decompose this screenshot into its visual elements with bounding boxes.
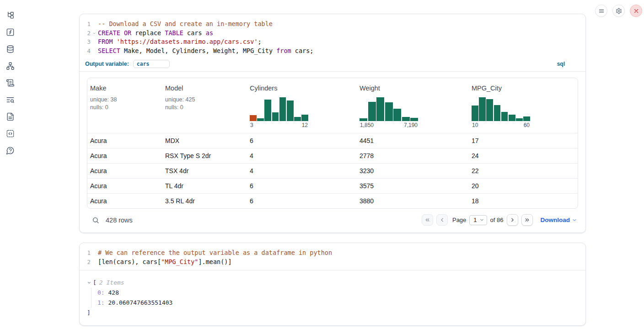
- logs-icon[interactable]: [5, 78, 15, 87]
- histogram-axis: 1,8507,190: [360, 122, 418, 128]
- settings-button[interactable]: [612, 5, 625, 17]
- search-icon[interactable]: [91, 216, 100, 225]
- line-number: 1: [80, 248, 91, 258]
- column-name[interactable]: Make: [90, 85, 159, 92]
- code-line[interactable]: 2CREATE OR replace TABLE cars as: [80, 29, 581, 38]
- sidebar: [0, 0, 20, 333]
- variables-icon[interactable]: [5, 27, 15, 37]
- histogram-bar: [360, 118, 367, 121]
- download-button[interactable]: Download: [541, 217, 578, 223]
- histogram-bar: [301, 115, 308, 121]
- page-label: Page: [452, 217, 466, 223]
- snippets-icon[interactable]: [5, 129, 15, 138]
- data-sources-icon[interactable]: [5, 44, 15, 53]
- column-header-cylinders[interactable]: Cylinders312: [247, 78, 357, 133]
- code-text: CREATE OR replace TABLE cars as: [98, 29, 213, 38]
- python-code-editor[interactable]: 1# We can reference the output variable …: [80, 243, 585, 270]
- previous-page-button[interactable]: [436, 214, 448, 226]
- histogram-bars: [250, 97, 308, 121]
- help-icon[interactable]: [5, 146, 15, 155]
- column-name[interactable]: Weight: [360, 85, 465, 92]
- column-header-make[interactable]: Makeunique: 38nulls: 0: [87, 78, 162, 133]
- column-header-weight[interactable]: Weight1,8507,190: [357, 78, 469, 133]
- table-header: Makeunique: 38nulls: 0Modelunique: 425nu…: [87, 78, 578, 133]
- column-header-model[interactable]: Modelunique: 425nulls: 0: [162, 78, 247, 133]
- collapse-caret-icon[interactable]: [87, 280, 92, 285]
- table-cell: 18: [469, 194, 578, 208]
- page-select[interactable]: 1: [469, 215, 487, 225]
- table-cell: Acura: [87, 179, 162, 193]
- code-text: # We can reference the output variable a…: [98, 248, 332, 258]
- histogram-axis: 312: [250, 122, 308, 128]
- table-cell: 6: [247, 133, 357, 148]
- histogram-bar: [472, 106, 478, 121]
- histogram-bar: [385, 102, 393, 121]
- sql-code-editor[interactable]: 1-- Download a CSV and create an in-memo…: [80, 14, 585, 59]
- table-cell: 3230: [357, 164, 469, 178]
- table-cell: Acura: [87, 148, 162, 163]
- tree-entry-index: 0:: [97, 289, 105, 296]
- column-histogram[interactable]: 1060: [472, 97, 530, 128]
- table-row[interactable]: AcuraTSX 4dr4323022: [87, 163, 578, 178]
- code-line[interactable]: 1-- Download a CSV and create an in-memo…: [80, 20, 581, 29]
- file-explorer-icon[interactable]: [5, 11, 15, 20]
- histogram-bar: [272, 112, 279, 121]
- documentation-icon[interactable]: [5, 112, 15, 121]
- first-page-button[interactable]: [422, 214, 433, 226]
- gear-icon: [616, 8, 622, 14]
- table-cell: 3575: [357, 179, 469, 193]
- table-row[interactable]: AcuraRSX Type S 2dr4277824: [87, 148, 578, 163]
- code-text: FROM 'https://datasets.marimo.app/cars.c…: [98, 37, 262, 47]
- fold-chevron-icon[interactable]: [91, 29, 98, 38]
- histogram-bar: [376, 97, 384, 121]
- histogram-bar: [264, 100, 271, 121]
- chevron-down-icon: [572, 217, 577, 223]
- page-total: of 86: [490, 217, 504, 223]
- code-line[interactable]: 3FROM 'https://datasets.marimo.app/cars.…: [80, 37, 581, 47]
- histogram-bar: [257, 118, 264, 121]
- histogram-bar: [402, 117, 410, 121]
- tree-root[interactable]: [ 2 Items: [87, 278, 578, 288]
- output-variable-bar: Output variable: sql: [80, 59, 585, 72]
- code-text: SELECT Make, Model, Cylinders, Weight, M…: [98, 47, 313, 56]
- table-cell: 24: [469, 148, 578, 163]
- histogram-bars: [360, 97, 418, 121]
- chevron-down-icon: [479, 217, 484, 222]
- close-icon: [633, 8, 639, 14]
- output-variable-input[interactable]: [133, 60, 170, 68]
- dependency-graph-icon[interactable]: [5, 61, 15, 70]
- code-line[interactable]: 2[len(cars), cars["MPG_City"].mean()]: [80, 258, 581, 267]
- table-cell: 17: [469, 133, 578, 148]
- menu-button[interactable]: [595, 5, 607, 17]
- table-body: AcuraMDX6445117AcuraRSX Type S 2dr427782…: [87, 133, 578, 208]
- line-number: 4: [80, 47, 91, 56]
- column-name[interactable]: MPG_City: [472, 85, 574, 92]
- column-name[interactable]: Cylinders: [250, 85, 353, 92]
- last-page-button[interactable]: [521, 214, 533, 226]
- download-label: Download: [541, 217, 570, 223]
- table-row[interactable]: AcuraMDX6445117: [87, 133, 578, 148]
- column-histogram[interactable]: 312: [250, 97, 308, 128]
- code-line[interactable]: 4SELECT Make, Model, Cylinders, Weight, …: [80, 47, 581, 56]
- code-line[interactable]: 1# We can reference the output variable …: [80, 248, 581, 258]
- page-select-value: 1: [473, 217, 477, 223]
- line-number: 2: [80, 258, 91, 267]
- language-badge[interactable]: sql: [557, 61, 565, 67]
- histogram-bar: [250, 115, 257, 121]
- column-histogram[interactable]: 1,8507,190: [360, 97, 418, 128]
- table-row[interactable]: AcuraTL 4dr6357520: [87, 178, 578, 193]
- code-text: [len(cars), cars["MPG_City"].mean()]: [98, 258, 232, 267]
- table-of-contents-search-icon[interactable]: [5, 95, 15, 104]
- next-page-button[interactable]: [507, 214, 518, 226]
- column-name[interactable]: Model: [165, 85, 243, 92]
- shutdown-button[interactable]: [630, 5, 642, 17]
- table-row[interactable]: Acura3.5 RL 4dr6388018: [87, 193, 578, 208]
- histogram-bars: [472, 97, 530, 121]
- open-bracket: [: [93, 278, 97, 288]
- column-header-mpg_city[interactable]: MPG_City1060: [469, 78, 578, 133]
- table-cell: 4451: [357, 133, 469, 148]
- tree-entry: 1: 20.060747663551403: [97, 298, 578, 308]
- line-number: 3: [80, 37, 91, 47]
- hamburger-icon: [598, 8, 605, 14]
- line-number: 2: [80, 29, 91, 38]
